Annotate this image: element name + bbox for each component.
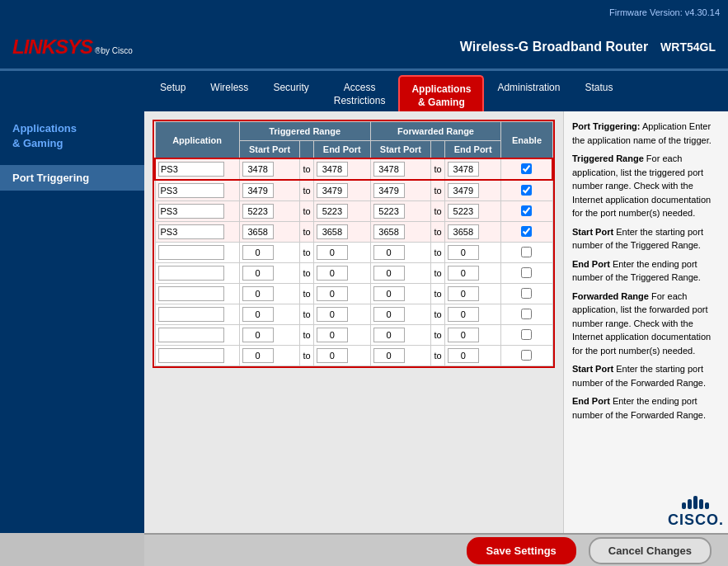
save-button[interactable]: Save Settings (467, 537, 576, 564)
table-row: to to (155, 346, 552, 366)
trig-end-input[interactable] (317, 224, 348, 239)
fwd-end-input[interactable] (448, 266, 479, 281)
trig-start-input[interactable] (242, 286, 274, 301)
fwd-start-input[interactable] (373, 348, 405, 363)
col-trig-end: End Port (313, 141, 370, 159)
app-cell[interactable] (155, 158, 239, 180)
router-title: Wireless-G Broadband Router (460, 40, 648, 54)
to-label: to (300, 304, 314, 325)
enable-checkbox[interactable] (521, 267, 532, 278)
to-label: to (300, 158, 314, 180)
fwd-start-input[interactable] (373, 266, 405, 281)
enable-checkbox[interactable] (521, 329, 532, 340)
fwd-start-input[interactable] (373, 204, 405, 219)
fwd-start-input[interactable] (373, 286, 405, 301)
app-input[interactable] (158, 328, 224, 342)
trig-end-input[interactable] (317, 328, 348, 342)
app-input[interactable] (158, 183, 224, 198)
to-label: to (431, 325, 445, 346)
enable-checkbox[interactable] (521, 163, 532, 174)
col-fwd-end: End Port (444, 141, 501, 159)
app-input[interactable] (158, 266, 224, 281)
trig-end-input[interactable] (317, 348, 348, 363)
nav-applications-gaming[interactable]: Applications& Gaming (398, 75, 484, 116)
to-label: to (431, 201, 445, 222)
fwd-end-input[interactable] (448, 286, 479, 301)
enable-checkbox[interactable] (521, 205, 532, 216)
app-input[interactable] (158, 286, 224, 301)
trig-start-input[interactable] (242, 183, 274, 198)
trig-end-input[interactable] (317, 286, 348, 301)
fwd-start-input[interactable] (373, 307, 405, 322)
fwd-start-input[interactable] (373, 224, 405, 239)
table-row: to to (155, 284, 552, 304)
fwd-start-input[interactable] (373, 245, 405, 260)
fwd-end-input[interactable] (448, 328, 479, 342)
trig-end-input[interactable] (317, 245, 348, 260)
to-label: to (431, 284, 445, 304)
trig-end-input[interactable] (317, 266, 348, 281)
trig-start-input[interactable] (242, 328, 274, 342)
cisco-bar-3 (693, 496, 697, 509)
enable-checkbox[interactable] (521, 288, 532, 299)
enable-checkbox[interactable] (521, 185, 532, 196)
sidebar-current-page: Port Triggering (0, 165, 144, 191)
trig-end-input[interactable] (317, 307, 348, 322)
col-trig-start: Start Port (239, 141, 300, 159)
trig-start-input[interactable] (242, 307, 274, 322)
nav-setup[interactable]: Setup (148, 75, 197, 116)
help-forwarded-bold: Forwarded Range (572, 291, 649, 301)
nav-wireless[interactable]: Wireless (199, 75, 260, 116)
to-label: to (431, 346, 445, 366)
fwd-end-input[interactable] (448, 204, 479, 219)
app-input[interactable] (158, 162, 224, 177)
fwd-end-input[interactable] (448, 307, 479, 322)
help-panel: Port Triggering: Application Enter the a… (563, 111, 728, 533)
sidebar: Applications& Gaming Port Triggering (0, 111, 144, 533)
app-input[interactable] (158, 307, 224, 322)
trig-end-input[interactable] (317, 162, 348, 177)
enable-checkbox[interactable] (521, 226, 532, 237)
nav-status[interactable]: Status (573, 75, 624, 116)
to-label: to (300, 325, 314, 346)
logo-by-cisco: ®by Cisco (95, 46, 133, 55)
nav-access-restrictions[interactable]: AccessRestrictions (322, 75, 397, 116)
to-label: to (431, 158, 445, 180)
fwd-end-input[interactable] (448, 162, 479, 177)
trig-start-input[interactable] (242, 245, 274, 260)
cisco-bar-5 (705, 502, 709, 509)
nav-security[interactable]: Security (261, 75, 320, 116)
table-row: to to (155, 304, 552, 325)
fwd-start-input[interactable] (373, 183, 405, 198)
app-input[interactable] (158, 224, 224, 239)
app-input[interactable] (158, 204, 224, 219)
trig-start-input[interactable] (242, 162, 274, 177)
app-input[interactable] (158, 245, 224, 260)
trig-end-input[interactable] (317, 183, 348, 198)
cancel-button[interactable]: Cancel Changes (589, 537, 712, 564)
fwd-end-input[interactable] (448, 224, 479, 239)
trig-start-input[interactable] (242, 348, 274, 363)
trig-end-input[interactable] (317, 204, 348, 219)
fwd-end-input[interactable] (448, 245, 479, 260)
enable-checkbox[interactable] (521, 247, 532, 257)
fwd-start-input[interactable] (373, 328, 405, 342)
col-forwarded-range: Forwarded Range (370, 122, 501, 141)
router-model: WRT54GL (660, 40, 716, 54)
nav-administration[interactable]: Administration (486, 75, 571, 116)
fwd-start-input[interactable] (373, 162, 405, 177)
enable-checkbox[interactable] (521, 309, 532, 319)
trig-start-input[interactable] (242, 266, 274, 281)
to-label: to (300, 180, 314, 201)
trig-start-input[interactable] (242, 224, 274, 239)
logo-linksys: LINKSYS (12, 35, 92, 59)
cisco-bar-2 (688, 499, 692, 509)
trig-start-input[interactable] (242, 204, 274, 219)
fwd-end-input[interactable] (448, 348, 479, 363)
app-input[interactable] (158, 348, 224, 363)
fwd-end-input[interactable] (448, 183, 479, 198)
table-area: Application Triggered Range Forwarded Ra… (144, 111, 563, 533)
enable-checkbox[interactable] (521, 350, 532, 361)
to-label: to (300, 201, 314, 222)
cisco-text: CISCO. (668, 512, 724, 529)
